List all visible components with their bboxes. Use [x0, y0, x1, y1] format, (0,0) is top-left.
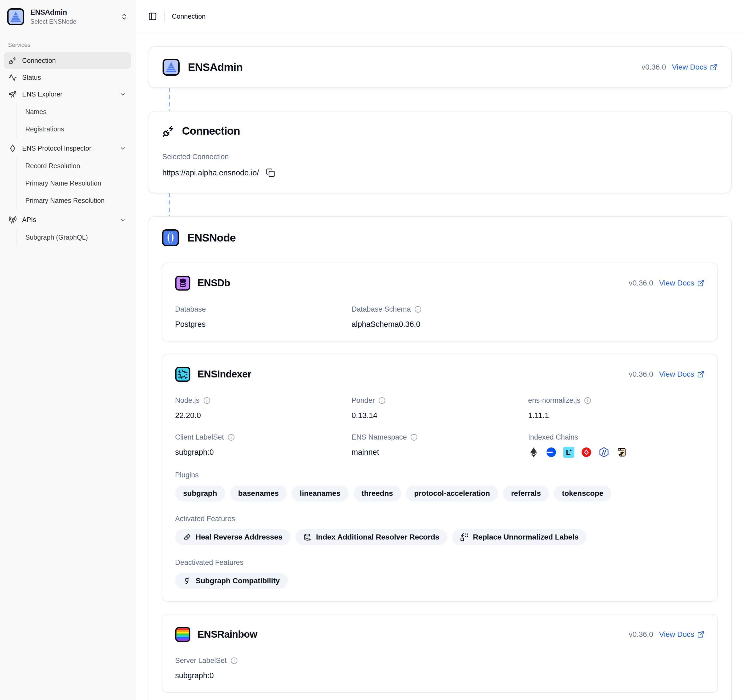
- sidebar-item-primary-name-resolution[interactable]: Primary Name Resolution: [17, 174, 131, 192]
- sidebar-item-registrations[interactable]: Registrations: [17, 121, 131, 138]
- ensrainbow-logo: [175, 627, 190, 642]
- info-icon[interactable]: [584, 397, 591, 404]
- sidebar-item-label: APIs: [22, 216, 36, 223]
- ensindexer-card: ENSIndexer v0.36.0 View Docs Node.js: [162, 354, 718, 602]
- plugins-label: Plugins: [175, 471, 199, 479]
- sidebar-item-subgraph-graphql[interactable]: Subgraph (GraphQL): [17, 229, 131, 246]
- radio-tower-icon: [9, 216, 17, 224]
- deactivated-features-section: Deactivated Features Subgraph Compatibil…: [175, 559, 705, 589]
- connection-card: Connection Selected Connection https://a…: [148, 111, 732, 193]
- dashed-connector: [169, 88, 170, 111]
- ensnode-selector[interactable]: ENSAdmin Select ENSNode: [4, 4, 131, 29]
- view-docs-link[interactable]: View Docs: [659, 370, 705, 378]
- card-title: ENSDb: [198, 277, 230, 289]
- chevron-down-icon: [119, 216, 126, 223]
- topbar-separator: [164, 11, 165, 22]
- ensindexer-logo: [175, 366, 190, 382]
- selected-connection-label: Selected Connection: [162, 153, 229, 161]
- activity-icon: [9, 73, 17, 82]
- plugin-badge: referrals: [503, 486, 549, 501]
- sidebar-item-label: Connection: [22, 57, 56, 64]
- sidebar-item-status[interactable]: Status: [4, 69, 131, 86]
- services-section-label: Services: [8, 42, 127, 49]
- sidebar-item-names[interactable]: Names: [17, 103, 131, 121]
- sidebar-toggle-icon[interactable]: [148, 12, 157, 21]
- activated-features-section: Activated Features Heal Reverse Addresse…: [175, 515, 705, 545]
- breadcrumb: Connection: [172, 12, 205, 20]
- ensdb-logo: [175, 276, 190, 291]
- ens-diamond-icon: [9, 144, 17, 152]
- base-icon: [546, 447, 557, 458]
- field-database-schema: Database Schema alphaSchema0.36.0: [351, 305, 528, 329]
- field-ens-normalize: ens-normalize.js 1.11.1: [528, 396, 705, 420]
- sidebar-item-label: ENS Protocol Inspector: [22, 144, 91, 152]
- field-server-labelset: Server LabelSet subgraph:0: [175, 657, 351, 680]
- chevrons-up-down-icon[interactable]: [121, 13, 128, 21]
- view-docs-link[interactable]: View Docs: [659, 630, 705, 639]
- field-ens-namespace: ENS Namespace mainnet: [351, 433, 528, 458]
- card-title: ENSAdmin: [188, 61, 243, 74]
- database-plus-icon: [304, 533, 312, 541]
- feature-badge: Subgraph Compatibility: [175, 573, 288, 589]
- ensnode-card: ENSNode: [148, 216, 732, 700]
- version-badge: v0.36.0: [629, 630, 653, 639]
- view-docs-link[interactable]: View Docs: [672, 63, 717, 71]
- sidebar-item-record-resolution[interactable]: Record Resolution: [17, 157, 131, 174]
- apis-subtree: Subgraph (GraphQL): [16, 229, 131, 246]
- info-icon[interactable]: [411, 434, 418, 441]
- version-badge: v0.36.0: [629, 279, 653, 287]
- bandage-icon: [183, 533, 191, 541]
- plugin-badge: basenames: [230, 486, 287, 501]
- indexed-chains-row: [528, 447, 705, 458]
- feature-badge: Heal Reverse Addresses: [175, 529, 290, 545]
- card-title: ENSIndexer: [198, 369, 251, 380]
- field-indexed-chains: Indexed Chains: [528, 433, 705, 458]
- linea-icon: [563, 447, 574, 458]
- connection-url: https://api.alpha.ensnode.io/: [162, 168, 259, 177]
- topbar: Connection: [135, 0, 744, 33]
- ensadmin-logo: [162, 58, 180, 76]
- external-link-icon: [697, 279, 705, 287]
- field-label: Database: [175, 305, 206, 313]
- field-client-labelset: Client LabelSet subgraph:0: [175, 433, 351, 458]
- sidebar-item-primary-names-resolution[interactable]: Primary Names Resolution: [17, 192, 131, 209]
- field-label: Database Schema: [351, 305, 411, 313]
- sidebar-item-ens-protocol-inspector[interactable]: ENS Protocol Inspector: [4, 140, 131, 157]
- ensrainbow-card: ENSRainbow v0.36.0 View Docs Server Labe…: [162, 614, 718, 693]
- ensnode-logo: [162, 229, 179, 247]
- sidebar-item-apis[interactable]: APIs: [4, 211, 131, 228]
- app-title: ENSAdmin: [30, 8, 115, 16]
- sidebar-item-connection[interactable]: Connection: [4, 52, 131, 69]
- view-docs-link[interactable]: View Docs: [659, 279, 705, 287]
- plugin-badge: protocol-acceleration: [406, 486, 498, 501]
- plug-zap-icon: [162, 125, 175, 137]
- copy-icon[interactable]: [266, 168, 275, 177]
- external-link-icon: [697, 631, 705, 638]
- deactivated-features-label: Deactivated Features: [175, 559, 244, 567]
- info-icon[interactable]: [231, 657, 238, 664]
- plugin-badge: subgraph: [175, 486, 225, 501]
- info-icon[interactable]: [414, 306, 421, 313]
- field-nodejs: Node.js 22.20.0: [175, 396, 351, 420]
- version-badge: v0.36.0: [641, 63, 666, 71]
- ethereum-icon: [528, 447, 539, 458]
- info-icon[interactable]: [203, 397, 211, 404]
- threedns-icon: [581, 447, 592, 458]
- ensdb-card: ENSDb v0.36.0 View Docs Database Postgre…: [162, 262, 718, 341]
- info-icon[interactable]: [378, 397, 385, 404]
- plugin-badge: lineanames: [292, 486, 348, 501]
- external-link-icon: [697, 371, 705, 378]
- indexed-chains-label: Indexed Chains: [528, 433, 578, 441]
- dashed-connector: [169, 193, 170, 216]
- field-value: Postgres: [175, 320, 351, 329]
- ensadmin-card: ENSAdmin v0.36.0 View Docs: [148, 46, 732, 88]
- field-database: Database Postgres: [175, 305, 351, 329]
- plug-zap-icon: [9, 57, 17, 65]
- chevron-down-icon: [119, 145, 126, 152]
- plugins-section: Plugins subgraph basenames lineanames th…: [175, 471, 705, 501]
- sidebar-item-ens-explorer[interactable]: ENS Explorer: [4, 86, 131, 103]
- feature-badge: Replace Unnormalized Labels: [452, 529, 586, 545]
- external-link-icon: [710, 63, 717, 71]
- info-icon[interactable]: [228, 434, 235, 441]
- plugin-badge: threedns: [354, 486, 401, 501]
